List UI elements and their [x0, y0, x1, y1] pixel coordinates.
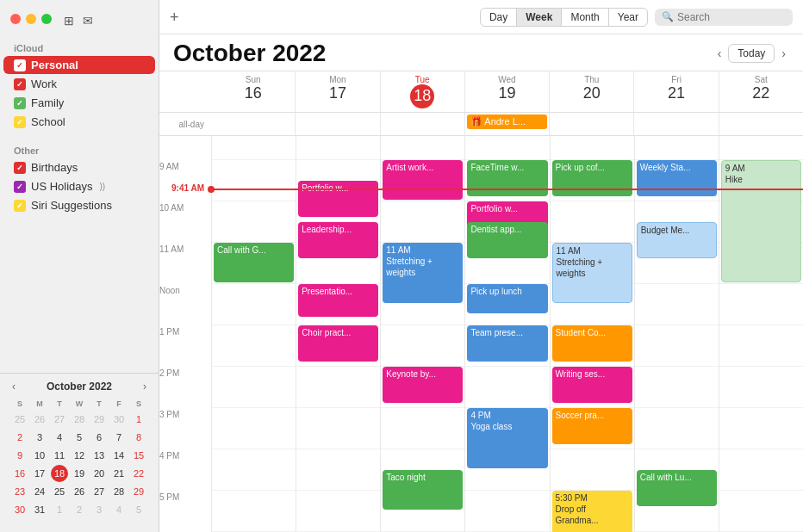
- calendar-event[interactable]: Student Co...: [552, 325, 632, 362]
- calendar-event[interactable]: Call with G...: [214, 243, 294, 282]
- sidebar-item-personal[interactable]: Personal: [3, 56, 155, 74]
- calendar-event[interactable]: Dentist app...: [467, 222, 547, 258]
- allday-cell-sun[interactable]: [211, 113, 295, 135]
- calendar-event[interactable]: Taco night: [383, 470, 463, 510]
- mini-cal-day[interactable]: 24: [31, 483, 48, 500]
- mini-cal-day[interactable]: 23: [11, 483, 28, 500]
- mini-cal-day[interactable]: 25: [51, 483, 68, 500]
- day-col-fri[interactable]: Weekly Sta...Budget Me...Call with Lu...: [634, 136, 719, 532]
- view-week-button[interactable]: Week: [517, 9, 562, 26]
- mini-cal-day[interactable]: 26: [71, 483, 88, 500]
- mini-cal-day[interactable]: 15: [130, 447, 147, 464]
- day-header-sat[interactable]: Sat 22: [719, 71, 803, 112]
- prev-week-button[interactable]: ‹: [714, 45, 725, 62]
- view-day-button[interactable]: Day: [481, 9, 517, 26]
- mini-cal-day[interactable]: 18: [51, 465, 68, 482]
- inbox-icon[interactable]: ✉: [83, 14, 93, 28]
- day-header-fri[interactable]: Fri 21: [633, 71, 718, 112]
- mini-cal-day[interactable]: 28: [110, 483, 128, 500]
- mini-cal-day[interactable]: 12: [71, 447, 88, 464]
- mini-cal-next-button[interactable]: ›: [141, 380, 148, 393]
- today-button[interactable]: Today: [728, 44, 775, 63]
- allday-event-andre[interactable]: 🎁 Andre L...: [467, 114, 547, 129]
- school-checkbox[interactable]: [14, 116, 26, 128]
- mini-cal-day[interactable]: 11: [51, 447, 68, 464]
- mini-cal-day[interactable]: 1: [130, 411, 147, 428]
- allday-cell-mon[interactable]: [295, 113, 379, 135]
- mini-cal-day[interactable]: 27: [90, 483, 108, 500]
- mini-cal-day[interactable]: 28: [71, 411, 88, 428]
- mini-cal-day[interactable]: 25: [11, 411, 28, 428]
- mini-cal-day[interactable]: 3: [90, 501, 108, 518]
- allday-cell-wed[interactable]: 🎁 Andre L...: [464, 113, 549, 135]
- mini-cal-day[interactable]: 31: [31, 501, 48, 518]
- mini-cal-day[interactable]: 10: [31, 447, 48, 464]
- calendar-event[interactable]: Budget Me...: [637, 222, 717, 258]
- sidebar-item-family[interactable]: Family: [3, 94, 155, 112]
- calendar-event[interactable]: Writing ses...: [552, 367, 632, 403]
- us-holidays-checkbox[interactable]: [14, 181, 26, 193]
- day-header-wed[interactable]: Wed 19: [464, 71, 549, 112]
- mini-cal-day[interactable]: 7: [110, 429, 128, 446]
- mini-cal-day[interactable]: 16: [11, 465, 28, 482]
- mini-cal-day[interactable]: 22: [130, 465, 147, 482]
- mini-cal-day[interactable]: 26: [31, 411, 48, 428]
- mini-cal-day[interactable]: 9: [11, 447, 28, 464]
- calendar-event[interactable]: Artist work...: [383, 160, 463, 200]
- mini-cal-day[interactable]: 4: [51, 429, 68, 446]
- calendar-event[interactable]: Soccer pra...: [552, 408, 632, 444]
- time-grid-scroll[interactable]: 8 AM9 AM10 AM11 AMNoon1 PM2 PM3 PM4 PM5 …: [159, 136, 803, 532]
- day-col-sat[interactable]: 9 AMHike: [719, 136, 803, 532]
- sidebar-item-us-holidays[interactable]: US Holidays )): [3, 177, 155, 195]
- day-col-tue[interactable]: Artist work...11 AMStretching +weightsKe…: [380, 136, 464, 532]
- mini-cal-day[interactable]: 19: [71, 465, 88, 482]
- calendar-event[interactable]: 11 AMStretching +weights: [383, 243, 463, 303]
- sidebar-icon[interactable]: ⊞: [64, 14, 74, 28]
- birthdays-checkbox[interactable]: [14, 162, 26, 174]
- sidebar-item-birthdays[interactable]: Birthdays: [3, 158, 155, 176]
- mini-cal-day[interactable]: 17: [31, 465, 48, 482]
- sidebar-item-siri-suggestions[interactable]: Siri Suggestions: [3, 196, 155, 214]
- day-col-sun[interactable]: Call with G...: [211, 136, 296, 532]
- add-event-button[interactable]: +: [170, 9, 179, 25]
- day-header-mon[interactable]: Mon 17: [295, 71, 379, 112]
- calendar-event[interactable]: Portfolio w...: [298, 181, 378, 217]
- calendar-event[interactable]: Pick up cof...: [552, 160, 632, 196]
- allday-cell-sat[interactable]: [719, 113, 803, 135]
- mini-cal-day[interactable]: 8: [130, 429, 147, 446]
- calendar-event[interactable]: Team prese...: [467, 325, 547, 362]
- mini-cal-prev-button[interactable]: ‹: [10, 380, 17, 393]
- mini-cal-day[interactable]: 2: [11, 429, 28, 446]
- day-header-sun[interactable]: Sun 16: [211, 71, 295, 112]
- calendar-event[interactable]: 9 AMHike: [721, 160, 801, 282]
- calendar-event[interactable]: 11 AMStretching +weights: [552, 243, 632, 303]
- mini-cal-day[interactable]: 29: [130, 483, 147, 500]
- siri-checkbox[interactable]: [14, 200, 26, 212]
- mini-cal-day[interactable]: 29: [90, 411, 108, 428]
- calendar-event[interactable]: Weekly Sta...: [637, 160, 717, 196]
- mini-cal-day[interactable]: 3: [31, 429, 48, 446]
- view-year-button[interactable]: Year: [609, 9, 647, 26]
- mini-cal-day[interactable]: 14: [110, 447, 128, 464]
- calendar-event[interactable]: Pick up lunch: [467, 284, 547, 313]
- family-checkbox[interactable]: [14, 97, 26, 109]
- mini-cal-day[interactable]: 13: [90, 447, 108, 464]
- maximize-button[interactable]: [41, 14, 52, 24]
- day-col-thu[interactable]: Pick up cof...11 AMStretching +weightsSt…: [550, 136, 634, 532]
- mini-cal-day[interactable]: 5: [130, 501, 147, 518]
- mini-cal-day[interactable]: 27: [51, 411, 68, 428]
- calendar-event[interactable]: 4 PMYoga class: [467, 408, 547, 468]
- minimize-button[interactable]: [26, 14, 36, 24]
- day-col-mon[interactable]: Portfolio w...Leadership...Presentatio..…: [296, 136, 380, 532]
- calendar-event[interactable]: Leadership...: [298, 222, 378, 258]
- view-month-button[interactable]: Month: [562, 9, 608, 26]
- calendar-event[interactable]: Call with Lu...: [637, 470, 717, 506]
- close-button[interactable]: [10, 14, 21, 24]
- mini-cal-day[interactable]: 30: [110, 411, 128, 428]
- calendar-event[interactable]: FaceTime w...: [467, 160, 547, 196]
- calendar-event[interactable]: Presentatio...: [298, 284, 378, 317]
- mini-cal-day[interactable]: 30: [11, 501, 28, 518]
- calendar-event[interactable]: 5:30 PMDrop offGrandma...: [552, 491, 632, 532]
- search-bar[interactable]: 🔍: [655, 9, 793, 26]
- next-week-button[interactable]: ›: [778, 45, 789, 62]
